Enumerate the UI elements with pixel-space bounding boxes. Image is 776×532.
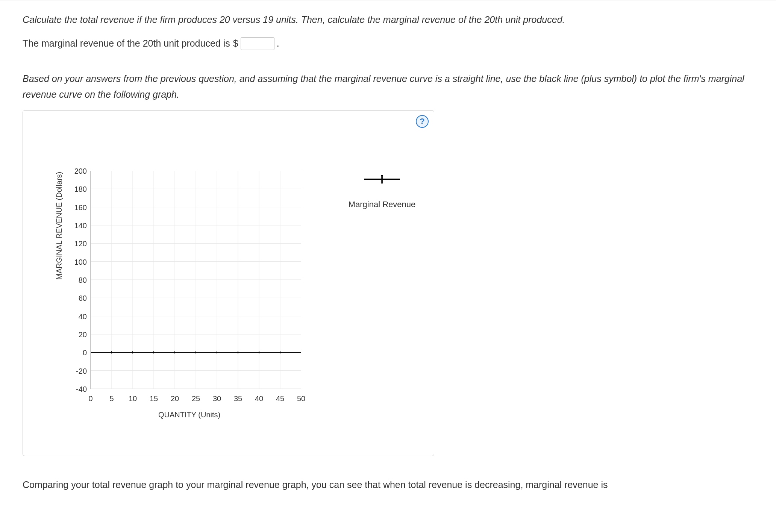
- x-tick-label: 30: [209, 394, 224, 403]
- x-tick-label: 15: [146, 394, 161, 403]
- line-segment-icon: [364, 179, 378, 180]
- bottom-text: Comparing your total revenue graph to yo…: [23, 477, 753, 493]
- y-axis-label: MARGINAL REVENUE (Dollars): [55, 171, 64, 279]
- y-tick-label: 140: [68, 221, 87, 230]
- y-tick-label: 120: [68, 239, 87, 248]
- x-tick-label: 5: [104, 394, 119, 403]
- chart-svg: [91, 171, 301, 389]
- y-tick-label: 20: [68, 330, 87, 339]
- legend: Marginal Revenue: [344, 173, 420, 209]
- legend-label: Marginal Revenue: [344, 200, 420, 209]
- x-tick-label: 20: [167, 394, 182, 403]
- y-tick-label: 80: [68, 276, 87, 285]
- help-button[interactable]: ?: [416, 115, 429, 128]
- plus-symbol-icon: [378, 175, 386, 183]
- x-tick-label: 10: [125, 394, 140, 403]
- marginal-revenue-tool[interactable]: [344, 173, 420, 186]
- y-tick-label: 180: [68, 185, 87, 194]
- y-tick-label: 100: [68, 258, 87, 267]
- chart-plot-area[interactable]: [91, 171, 301, 389]
- x-tick-label: 50: [294, 394, 309, 403]
- graph-panel: ? MARGINAL REVENUE (Dollars) QUANTITY (U…: [23, 110, 434, 456]
- x-axis-label: QUANTITY (Units): [158, 411, 220, 419]
- y-tick-label: 160: [68, 203, 87, 212]
- currency-symbol: $: [233, 38, 238, 49]
- y-tick-label: 0: [68, 349, 87, 357]
- x-tick-label: 40: [252, 394, 267, 403]
- x-tick-label: 25: [188, 394, 203, 403]
- y-tick-label: 60: [68, 294, 87, 303]
- answer-line: The marginal revenue of the 20th unit pr…: [23, 37, 753, 50]
- line-segment-icon: [386, 179, 400, 180]
- instruction-1: Calculate the total revenue if the firm …: [23, 12, 753, 28]
- y-tick-label: -20: [68, 367, 87, 376]
- instruction-2: Based on your answers from the previous …: [23, 71, 753, 103]
- marginal-revenue-input[interactable]: [241, 37, 274, 50]
- answer-period: .: [277, 38, 279, 49]
- x-tick-label: 0: [83, 394, 98, 403]
- y-tick-label: 200: [68, 167, 87, 176]
- x-tick-label: 45: [273, 394, 288, 403]
- x-tick-label: 35: [230, 394, 246, 403]
- y-tick-label: -40: [68, 385, 87, 394]
- y-tick-label: 40: [68, 312, 87, 321]
- answer-prefix: The marginal revenue of the 20th unit pr…: [23, 38, 230, 49]
